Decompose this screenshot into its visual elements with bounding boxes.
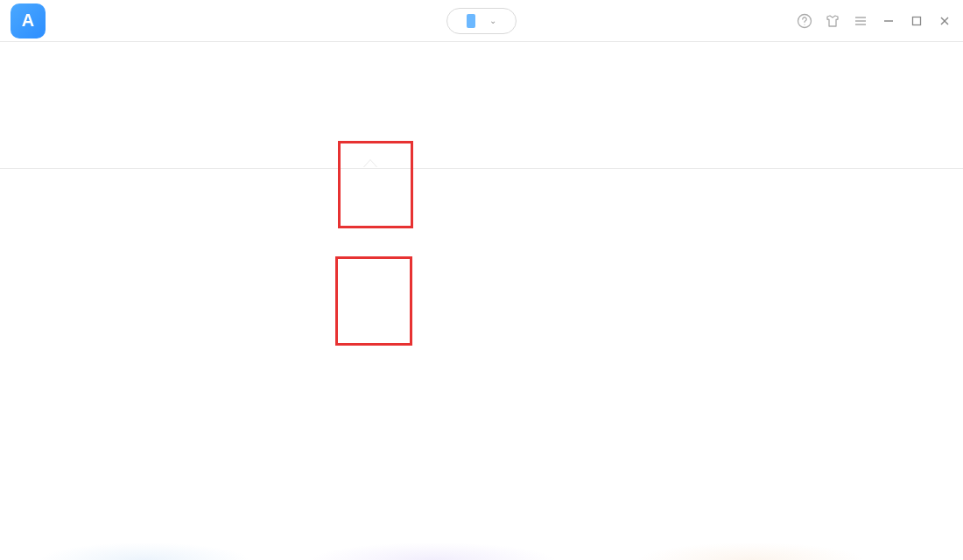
logo-letter: A [22, 10, 34, 31]
app-logo[interactable]: A [11, 4, 46, 38]
footer-decoration [0, 539, 963, 560]
highlight-box-2 [335, 256, 412, 346]
section-divider [0, 168, 963, 169]
minimize-button[interactable] [881, 13, 896, 29]
svg-rect-6 [913, 17, 921, 24]
skin-icon[interactable] [825, 13, 840, 29]
chevron-down-icon: ⌄ [489, 16, 496, 25]
close-button[interactable] [937, 13, 952, 29]
pointer-triangle [363, 159, 377, 167]
device-selector[interactable]: ⌄ [446, 8, 517, 34]
menu-icon[interactable] [853, 13, 868, 29]
maximize-button[interactable] [909, 13, 924, 29]
help-icon[interactable] [797, 13, 812, 29]
phone-icon [467, 14, 475, 28]
svg-point-1 [804, 24, 805, 24]
